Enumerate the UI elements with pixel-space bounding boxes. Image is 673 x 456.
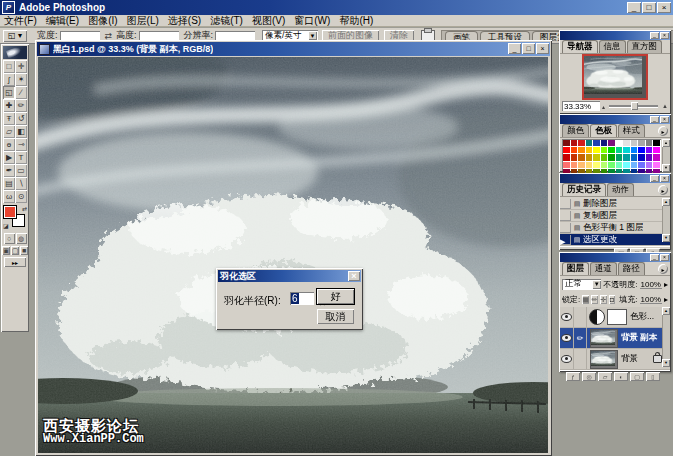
eyedropper-tool[interactable]: ∖: [15, 177, 27, 190]
standard-screen-button[interactable]: ▣: [2, 246, 10, 255]
color-swatch[interactable]: [563, 162, 570, 168]
new-group-button[interactable]: ▱: [598, 372, 612, 381]
layer-name[interactable]: 色彩...: [630, 311, 662, 323]
layer-thumbnail[interactable]: [590, 329, 618, 348]
opacity-arrow-icon[interactable]: ▸: [664, 280, 668, 289]
history-brush-tool[interactable]: ↺: [15, 112, 27, 125]
lasso-tool[interactable]: ʃ: [3, 73, 15, 86]
delete-layer-button[interactable]: ▯: [646, 372, 660, 381]
history-state[interactable]: ▤ 色彩平衡 1 图层: [560, 222, 670, 234]
layer-name[interactable]: 背景 副本: [621, 332, 662, 344]
tab-histogram[interactable]: 直方图: [627, 40, 663, 53]
palette-close-icon[interactable]: ×: [660, 175, 669, 182]
panel-menu-icon[interactable]: ▸: [658, 126, 668, 136]
color-swatch[interactable]: [616, 162, 623, 168]
palette-close-icon[interactable]: ×: [660, 254, 669, 261]
color-swatch[interactable]: [638, 154, 645, 160]
foreground-color-swatch[interactable]: [3, 205, 17, 219]
visibility-toggle[interactable]: [560, 349, 574, 369]
scroll-down-icon[interactable]: ▼: [662, 359, 670, 367]
default-colors-icon[interactable]: ◪: [3, 222, 9, 229]
path-selection-tool[interactable]: ▶: [3, 151, 15, 164]
lock-position-icon[interactable]: ✛: [600, 295, 607, 304]
tab-history[interactable]: 历史记录: [562, 183, 606, 196]
tab-info[interactable]: 信息: [599, 40, 626, 53]
move-tool[interactable]: ✛: [15, 60, 27, 73]
fill-value[interactable]: 100%: [640, 295, 662, 304]
scroll-up-icon[interactable]: ▲: [662, 198, 670, 206]
navigator-titlebar[interactable]: _ ×: [560, 31, 670, 40]
doc-close-button[interactable]: ×: [536, 43, 549, 54]
feather-radius-input[interactable]: 6: [290, 292, 314, 305]
menu-item[interactable]: 视图(V): [252, 14, 285, 28]
color-swatch[interactable]: [578, 162, 585, 168]
history-state[interactable]: ▤ 删除图层: [560, 198, 670, 210]
swatches-titlebar[interactable]: _ ×: [560, 115, 670, 124]
pen-tool[interactable]: ✒: [3, 164, 15, 177]
layer-style-button[interactable]: ƒ: [566, 372, 580, 381]
color-swatch[interactable]: [563, 154, 570, 160]
tab-color[interactable]: 颜色: [562, 124, 589, 137]
color-swatch[interactable]: [601, 140, 608, 146]
layers-titlebar[interactable]: _ ×: [560, 253, 670, 262]
zoom-out-icon[interactable]: ▴: [602, 103, 605, 110]
layer-thumbnail[interactable]: [590, 350, 618, 369]
shape-tool[interactable]: ▭: [15, 164, 27, 177]
navigator-zoom-field[interactable]: 33.33%: [562, 101, 600, 111]
color-swatch[interactable]: [616, 154, 623, 160]
healing-brush-tool[interactable]: ✚: [3, 99, 15, 112]
history-state-selected[interactable]: ▸ ▤ 选区更改: [560, 234, 670, 246]
color-swatch[interactable]: [608, 147, 615, 153]
fullscreen-button[interactable]: ■: [20, 246, 28, 255]
color-swatch[interactable]: [571, 154, 578, 160]
scroll-up-icon[interactable]: ▲: [662, 307, 670, 315]
palette-close-icon[interactable]: ×: [660, 116, 669, 123]
menu-item[interactable]: 编辑(E): [46, 14, 79, 28]
panel-menu-icon[interactable]: ▸: [658, 185, 668, 195]
lock-all-icon[interactable]: ◘: [609, 295, 616, 304]
color-swatch[interactable]: [578, 147, 585, 153]
color-swatch[interactable]: [578, 140, 585, 146]
menu-item[interactable]: 图像(I): [88, 14, 117, 28]
layer-row-background[interactable]: 背景: [560, 349, 670, 370]
panel-menu-icon[interactable]: ▸: [658, 264, 668, 274]
canvas-image[interactable]: 西安摄影论坛 Www.XianPP.Com: [38, 57, 548, 453]
resolution-input[interactable]: [215, 31, 255, 41]
color-swatch[interactable]: [638, 162, 645, 168]
notes-tool[interactable]: ▤: [3, 177, 15, 190]
color-swatch[interactable]: [593, 140, 600, 146]
scroll-down-icon[interactable]: ▼: [662, 234, 670, 242]
jump-to-imageready-button[interactable]: ▸▸: [4, 257, 26, 267]
palette-minimize-icon[interactable]: _: [650, 254, 659, 261]
color-swatch[interactable]: [571, 147, 578, 153]
color-swatch[interactable]: [646, 147, 653, 153]
close-button[interactable]: ×: [657, 2, 671, 13]
history-source-box[interactable]: ▸: [560, 235, 571, 245]
color-swatch[interactable]: [631, 147, 638, 153]
color-swatch[interactable]: [646, 162, 653, 168]
palette-close-icon[interactable]: ×: [660, 32, 669, 39]
color-swatch[interactable]: [616, 147, 623, 153]
crop-tool[interactable]: ◱: [3, 86, 15, 99]
magic-wand-tool[interactable]: ✶: [15, 73, 27, 86]
color-swatch[interactable]: [593, 154, 600, 160]
quick-mask-mode-button[interactable]: ◍: [16, 233, 27, 244]
scroll-up-icon[interactable]: ▲: [662, 139, 670, 147]
new-layer-button[interactable]: ▢: [630, 372, 644, 381]
brush-tool[interactable]: ✏: [15, 99, 27, 112]
color-swatch[interactable]: [586, 154, 593, 160]
color-swatch[interactable]: [631, 162, 638, 168]
blend-mode-select[interactable]: 正常 ▼: [562, 279, 601, 290]
zoom-tool[interactable]: ⊙: [15, 190, 27, 203]
link-cell[interactable]: [574, 349, 587, 369]
menu-item[interactable]: 滤镜(T): [210, 14, 243, 28]
palette-minimize-icon[interactable]: _: [650, 175, 659, 182]
eraser-tool[interactable]: ▱: [3, 125, 15, 138]
blur-tool[interactable]: ɵ: [3, 138, 15, 151]
feather-dialog-titlebar[interactable]: 羽化选区 ×: [218, 270, 361, 282]
color-swatch[interactable]: [631, 154, 638, 160]
dodge-tool[interactable]: ⊸: [15, 138, 27, 151]
navigator-zoom-slider[interactable]: [607, 101, 660, 111]
history-scrollbar[interactable]: ▲ ▼: [662, 198, 670, 242]
cancel-button[interactable]: 取消: [317, 309, 354, 324]
